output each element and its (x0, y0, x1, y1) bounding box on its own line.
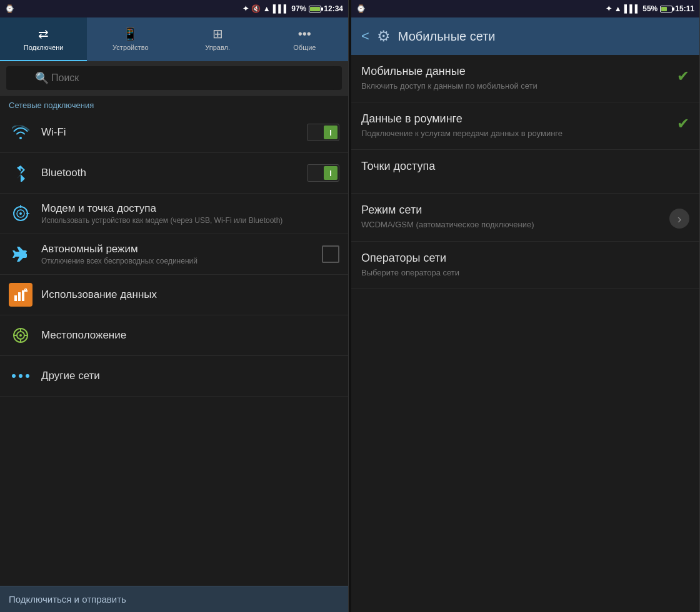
wifi-title: Wi-Fi (41, 126, 307, 139)
right-status-icons: ⌚ (356, 4, 366, 13)
svg-point-15 (12, 374, 16, 378)
svg-point-17 (26, 374, 29, 378)
settings-list: Wi-Fi I Bluetooth I (0, 112, 348, 586)
controls-tab-icon: ⊞ (212, 26, 223, 41)
mobile-data-title: Мобильные данные (361, 65, 677, 78)
tether-subtitle: Использовать устройство как модем (через… (41, 216, 339, 225)
wifi-item-icon (9, 121, 32, 144)
network-mode-title: Режим сети (361, 204, 669, 217)
data-usage-item-text: Использование данных (41, 289, 339, 301)
bluetooth-status-icon: ✦ (242, 4, 249, 13)
bluetooth-status-icon-right: ✦ (606, 4, 612, 13)
settings-item-airplane[interactable]: Автономный режим Отключение всех беспров… (0, 234, 348, 275)
airplane-title: Автономный режим (41, 243, 322, 255)
wifi-status-icon-right: ▲ (614, 4, 622, 13)
right-item-network-operators[interactable]: Операторы сети Выберите оператора сети (351, 242, 699, 289)
tab-device[interactable]: 📱 Устройство (87, 17, 174, 61)
bottom-bar[interactable]: Подключиться и отправить (0, 586, 348, 612)
signal-icon-right: ▌▌▌ (624, 4, 641, 13)
search-bar: 🔍 (0, 61, 348, 96)
network-operators-subtitle: Выберите оператора сети (361, 267, 689, 279)
battery-icon-right (660, 6, 672, 12)
tabs-bar: ⇄ Подключени 📱 Устройство ⊞ Управл. ••• … (0, 17, 348, 61)
network-mode-text: Режим сети WCDMA/GSM (автоматическое под… (361, 204, 669, 230)
search-magnifier-icon: 🔍 (35, 71, 49, 85)
roaming-text: Данные в роуминге Подключение к услугам … (361, 112, 677, 139)
right-header: < ⚙ Мобильные сети (351, 17, 699, 55)
back-button[interactable]: < (361, 28, 369, 44)
device-tab-icon: 📱 (122, 26, 138, 41)
general-tab-icon: ••• (298, 27, 311, 41)
svg-rect-7 (22, 290, 24, 301)
left-phone-panel: ⌚ ✦ 🔇 ▲ ▌▌▌ 97% 12:34 ⇄ Подключени 📱 Уст… (0, 0, 349, 612)
access-points-title: Точки доступа (361, 160, 689, 173)
mobile-data-subtitle: Включить доступ к данным по мобильной се… (361, 81, 677, 92)
wifi-item-text: Wi-Fi (41, 126, 307, 139)
right-status-bar: ⌚ ✦ ▲ ▌▌▌ 55% 15:11 (351, 0, 699, 17)
watch-icon: ⌚ (5, 4, 14, 13)
other-networks-item-icon (9, 364, 32, 388)
tab-connections-label: Подключени (24, 44, 64, 51)
settings-item-wifi[interactable]: Wi-Fi I (0, 112, 348, 153)
settings-item-data-usage[interactable]: Использование данных (0, 275, 348, 315)
settings-item-location[interactable]: Местоположение (0, 315, 348, 356)
bluetooth-title: Bluetooth (41, 167, 307, 179)
wifi-toggle-handle: I (324, 126, 338, 139)
right-item-roaming[interactable]: Данные в роуминге Подключение к услугам … (351, 102, 699, 150)
wifi-toggle[interactable]: I (307, 124, 339, 141)
airplane-item-icon (9, 242, 32, 266)
location-title: Местоположение (41, 329, 339, 342)
data-usage-item-icon (9, 283, 32, 307)
tether-title: Модем и точка доступа (41, 202, 339, 215)
search-input[interactable] (51, 72, 327, 84)
watch-icon-right: ⌚ (356, 4, 366, 13)
battery-percent-right: 55% (642, 4, 658, 13)
airplane-item-text: Автономный режим Отключение всех беспров… (41, 243, 322, 265)
network-operators-title: Операторы сети (361, 252, 689, 265)
svg-rect-6 (18, 292, 21, 301)
bottom-bar-label: Подключиться и отправить (9, 594, 126, 605)
mute-status-icon: 🔇 (251, 4, 261, 13)
svg-point-10 (19, 334, 22, 337)
mobile-data-text: Мобильные данные Включить доступ к данны… (361, 65, 677, 92)
settings-item-other-networks[interactable]: Другие сети (0, 356, 348, 397)
tab-controls-label: Управл. (205, 44, 230, 51)
tether-item-icon (9, 202, 32, 225)
tab-controls[interactable]: ⊞ Управл. (174, 17, 261, 61)
tab-general[interactable]: ••• Общие (261, 17, 348, 61)
svg-rect-5 (14, 295, 17, 301)
network-operators-text: Операторы сети Выберите оператора сети (361, 252, 689, 279)
data-usage-title: Использование данных (41, 289, 339, 301)
network-mode-subtitle: WCDMA/GSM (автоматическое подключение) (361, 219, 669, 230)
gear-icon: ⚙ (377, 27, 391, 45)
settings-item-tether[interactable]: Модем и точка доступа Использовать устро… (0, 194, 348, 234)
right-item-network-mode[interactable]: Режим сети WCDMA/GSM (автоматическое под… (351, 194, 699, 241)
right-item-mobile-data[interactable]: Мобильные данные Включить доступ к данны… (351, 55, 699, 102)
time-right: 15:11 (675, 4, 694, 13)
other-networks-item-text: Другие сети (41, 370, 339, 382)
wifi-status-icon: ▲ (263, 4, 271, 13)
access-points-text: Точки доступа (361, 160, 689, 175)
network-mode-chevron: › (669, 209, 689, 229)
left-status-icons: ⌚ (5, 4, 14, 13)
right-phone-panel: ⌚ ✦ ▲ ▌▌▌ 55% 15:11 < ⚙ Мобильные сети М… (351, 0, 700, 612)
settings-item-bluetooth[interactable]: Bluetooth I (0, 153, 348, 194)
svg-point-16 (19, 374, 22, 378)
battery-percent-left: 97% (291, 4, 306, 13)
location-item-text: Местоположение (41, 329, 339, 342)
airplane-subtitle: Отключение всех беспроводных соединений (41, 257, 322, 265)
right-item-access-points[interactable]: Точки доступа (351, 150, 699, 194)
right-header-title: Мобильные сети (398, 29, 496, 44)
airplane-checkbox[interactable] (322, 245, 339, 263)
location-item-icon (9, 323, 32, 347)
left-status-right: ✦ 🔇 ▲ ▌▌▌ 97% 12:34 (242, 4, 343, 13)
bluetooth-toggle-handle: I (324, 166, 338, 180)
time-left: 12:34 (324, 4, 343, 13)
bluetooth-toggle[interactable]: I (307, 164, 339, 182)
battery-icon-left (309, 6, 321, 12)
mobile-data-checkmark: ✔ (677, 67, 689, 85)
search-input-wrapper: 🔍 (6, 66, 342, 90)
tab-connections[interactable]: ⇄ Подключени (0, 17, 87, 61)
section-label-connections: Сетевые подключения (0, 96, 348, 112)
bluetooth-item-text: Bluetooth (41, 167, 307, 179)
